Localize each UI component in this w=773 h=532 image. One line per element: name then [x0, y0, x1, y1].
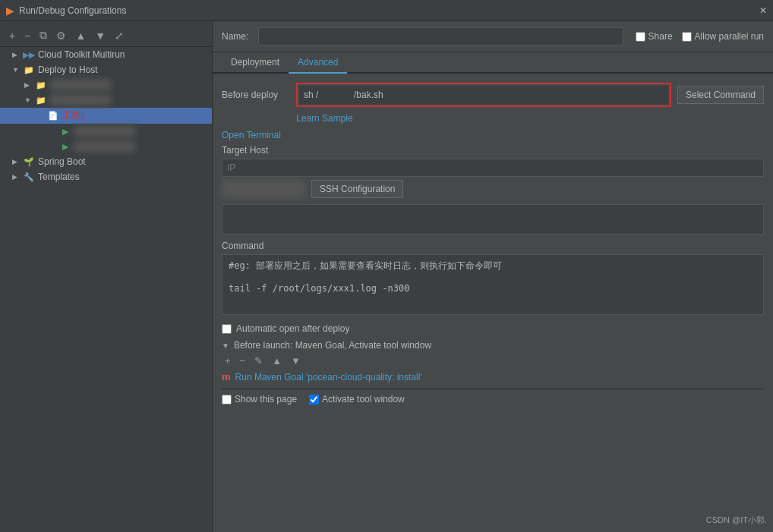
name-label: Name:	[222, 31, 252, 42]
multirun-icon: ▶▶	[23, 49, 35, 61]
sidebar-item-label: blurred text	[74, 141, 135, 152]
command-label: Command	[222, 241, 764, 251]
allow-parallel-checkbox[interactable]	[682, 32, 692, 42]
sidebar-item-label: blurred text	[74, 126, 135, 137]
before-launch-label: Before launch: Maven Goal, Activate tool…	[234, 340, 431, 351]
title-bar-text: Run/Debug Configurations	[19, 5, 126, 16]
launch-move-up-button[interactable]: ▲	[269, 354, 285, 368]
main-container: + − ⧉ ⚙ ▲ ▼ ⤢ ▶ ▶▶ Cloud Toolkit Multiru…	[0, 21, 773, 532]
automatic-open-row: Automatic open after deploy	[222, 323, 764, 334]
ip-value: blurred ip address	[222, 180, 305, 198]
expand-arrow: ▶	[12, 173, 20, 181]
show-this-page-checkbox[interactable]	[222, 395, 232, 405]
ssh-configuration-button[interactable]: SSH Configuration	[311, 180, 403, 198]
folder-icon: 📁	[35, 94, 47, 106]
launch-add-button[interactable]: +	[222, 354, 234, 368]
add-config-button[interactable]: +	[6, 28, 18, 43]
right-panel: Name: Share Allow parallel run Deploymen…	[213, 21, 773, 532]
show-this-page-label[interactable]: Show this page	[222, 394, 297, 405]
before-deploy-row: Before deploy Select Command	[222, 83, 764, 107]
maven-icon: m	[222, 371, 231, 382]
tabs-row: Deployment Advanced	[213, 52, 773, 74]
expand-arrow: ▶	[12, 51, 20, 58]
open-terminal-row: Open Terminal	[222, 130, 764, 140]
sidebar-item-cloud-toolkit-multirun[interactable]: ▶ ▶▶ Cloud Toolkit Multirun	[0, 47, 212, 62]
target-host-section: Target Host blurred ip address SSH Confi…	[222, 145, 764, 198]
project-icon: 📄	[47, 110, 59, 122]
header-row: Name: Share Allow parallel run	[213, 21, 773, 52]
activate-tool-window-label[interactable]: Activate tool window	[309, 394, 405, 405]
spring-icon: 🌱	[23, 156, 35, 168]
automatic-open-checkbox[interactable]	[222, 324, 232, 334]
sidebar-item-label: blurred	[50, 80, 111, 90]
sidebar-item-deploy-to-host[interactable]: ▼ 📁 Deploy to Host	[0, 62, 212, 77]
run-icon: ▶	[59, 125, 71, 137]
allow-parallel-checkbox-label[interactable]: Allow parallel run	[682, 31, 764, 42]
title-bar-close[interactable]: ✕	[759, 5, 767, 16]
folder-icon: 📁	[35, 79, 47, 91]
name-input[interactable]	[258, 27, 623, 46]
launch-move-down-button[interactable]: ▼	[288, 354, 304, 368]
before-launch-section: ▼ Before launch: Maven Goal, Activate to…	[222, 340, 764, 382]
target-host-label: Target Host	[222, 145, 764, 156]
ip-value-row: blurred ip address SSH Configuration	[222, 180, 764, 198]
share-checkbox[interactable]	[636, 32, 645, 42]
launch-edit-button[interactable]: ✎	[251, 354, 266, 368]
activate-tool-window-checkbox[interactable]	[309, 395, 319, 405]
automatic-open-label: Automatic open after deploy	[236, 323, 349, 334]
learn-sample-link[interactable]: Learn Sample	[296, 113, 764, 124]
remove-config-button[interactable]: −	[21, 28, 33, 43]
content-area: Before deploy Select Command Learn Sampl…	[213, 74, 773, 532]
copy-config-button[interactable]: ⧉	[36, 27, 50, 43]
expand-arrow: ▶	[12, 158, 20, 165]
ip-row	[222, 159, 764, 177]
sidebar-toolbar: + − ⧉ ⚙ ▲ ▼ ⤢	[0, 24, 212, 47]
expand-arrow: ▼	[12, 66, 20, 74]
sidebar-item-label: Templates	[38, 172, 80, 182]
before-deploy-label: Before deploy	[222, 90, 290, 100]
spacer-block	[222, 204, 764, 235]
sidebar-item-label: Spring Boot	[38, 156, 86, 167]
sidebar-item-templates[interactable]: ▶ 🔧 Templates	[0, 169, 212, 184]
sidebar-item-label: Deploy to Host	[38, 65, 98, 75]
sidebar-item-project1[interactable]: 📄 工程1	[0, 108, 212, 124]
collapse-arrow[interactable]: ▼	[222, 342, 229, 350]
bottom-options: Show this page Activate tool window	[222, 389, 764, 405]
open-terminal-link[interactable]: Open Terminal	[222, 130, 281, 140]
maven-row: m Run Maven Goal 'pocean-cloud-quality: …	[222, 371, 764, 382]
select-command-button[interactable]: Select Command	[677, 86, 764, 104]
sidebar-item-spring-boot[interactable]: ▶ 🌱 Spring Boot	[0, 154, 212, 169]
expand-config-button[interactable]: ⤢	[112, 28, 127, 43]
command-section: Command #eg: 部署应用之后，如果需要查看实时日志，则执行如下命令即可…	[222, 241, 764, 317]
sidebar-item-label: 工程1	[62, 109, 86, 122]
move-down-config-button[interactable]: ▼	[92, 28, 109, 43]
sidebar-item-run2[interactable]: ▶ blurred text	[0, 139, 212, 154]
maven-label: Run Maven Goal 'pocean-cloud-quality: in…	[235, 372, 422, 382]
before-launch-header: ▼ Before launch: Maven Goal, Activate to…	[222, 340, 764, 351]
title-bar: ▶ Run/Debug Configurations ✕	[0, 0, 773, 21]
before-deploy-input[interactable]	[299, 86, 668, 104]
sidebar-item-folder2[interactable]: ▼ 📁 blurred	[0, 93, 212, 108]
command-textarea[interactable]: #eg: 部署应用之后，如果需要查看实时日志，则执行如下命令即可 tail -f…	[222, 254, 764, 315]
watermark: CSDN @IT小郭.	[706, 515, 767, 526]
launch-toolbar: + − ✎ ▲ ▼	[222, 354, 764, 368]
folder-icon: 📁	[23, 64, 35, 76]
tab-advanced[interactable]: Advanced	[289, 52, 347, 74]
sidebar-item-run1[interactable]: ▶ blurred text	[0, 124, 212, 139]
before-deploy-input-wrap	[296, 83, 671, 107]
sidebar-item-folder1[interactable]: ▶ 📁 blurred	[0, 77, 212, 93]
settings-config-button[interactable]: ⚙	[53, 28, 69, 43]
expand-arrow: ▶	[24, 81, 32, 89]
sidebar: + − ⧉ ⚙ ▲ ▼ ⤢ ▶ ▶▶ Cloud Toolkit Multiru…	[0, 21, 213, 532]
tab-deployment[interactable]: Deployment	[222, 52, 289, 74]
launch-remove-button[interactable]: −	[237, 354, 249, 368]
ip-column-header[interactable]	[222, 159, 764, 177]
template-icon: 🔧	[23, 171, 35, 183]
share-checkbox-label[interactable]: Share	[636, 31, 673, 42]
run-icon: ▶	[59, 140, 71, 153]
sidebar-item-label: blurred	[50, 95, 111, 105]
move-up-config-button[interactable]: ▲	[72, 28, 89, 43]
share-area: Share Allow parallel run	[636, 31, 764, 42]
expand-arrow: ▼	[24, 96, 32, 104]
title-bar-icon: ▶	[6, 5, 14, 17]
